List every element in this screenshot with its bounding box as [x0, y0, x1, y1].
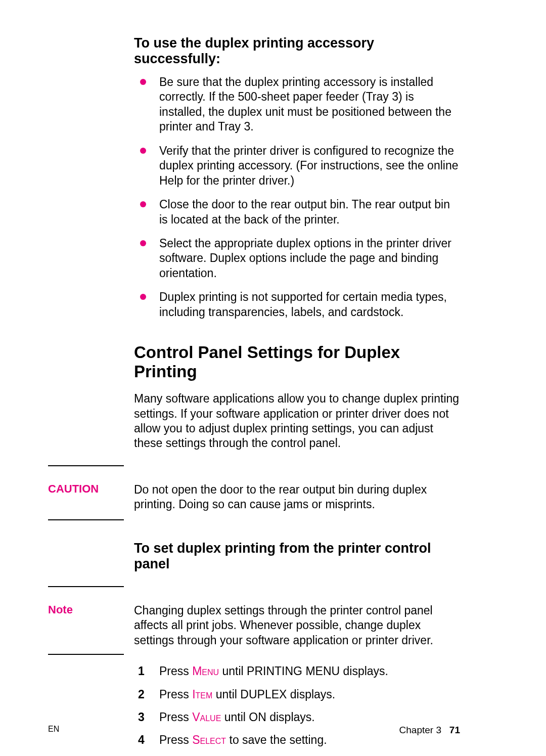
key-menu: Menu	[192, 664, 219, 678]
step-number: 2	[138, 687, 145, 702]
divider	[48, 465, 124, 466]
bullet-item: Close the door to the rear output bin. T…	[134, 197, 460, 227]
step-text-b: until DUPLEX displays.	[212, 688, 335, 701]
page: To use the duplex printing accessory suc…	[0, 0, 546, 756]
section-heading-duplex-accessory: To use the duplex printing accessory suc…	[134, 35, 460, 67]
content-column: To set duplex printing from the printer …	[134, 541, 460, 572]
step-text-a: Press	[159, 710, 192, 724]
divider	[48, 654, 124, 655]
section-heading-control-panel: Control Panel Settings for Duplex Printi…	[134, 343, 460, 381]
step-text-a: Press	[159, 688, 192, 701]
note-text: Changing duplex settings through the pri…	[134, 599, 460, 648]
note-callout: Note Changing duplex settings through th…	[48, 599, 460, 648]
content-column: To use the duplex printing accessory suc…	[134, 35, 460, 451]
bullet-item: Be sure that the duplex printing accesso…	[134, 75, 460, 135]
footer-page: Chapter 3 71	[399, 725, 460, 736]
footer-page-number: 71	[449, 725, 460, 735]
steps-list: 1Press Menu until PRINTING MENU displays…	[134, 664, 460, 756]
section-heading-set-duplex: To set duplex printing from the printer …	[134, 541, 460, 572]
intro-paragraph: Many software applications allow you to …	[134, 391, 460, 451]
step-number: 3	[138, 710, 145, 725]
bullet-list-duplex-tips: Be sure that the duplex printing accesso…	[134, 75, 460, 320]
bullet-item: Select the appropriate duplex options in…	[134, 236, 460, 281]
bullet-item: Duplex printing is not supported for cer…	[134, 290, 460, 320]
key-value: Value	[192, 710, 221, 724]
step-item: 1Press Menu until PRINTING MENU displays…	[134, 664, 460, 679]
caution-callout: CAUTION Do not open the door to the rear…	[48, 478, 460, 512]
step-text-a: Press	[159, 664, 192, 678]
step-text-b: until PRINTING MENU displays.	[219, 664, 388, 678]
step-item: 2Press Item until DUPLEX displays.	[134, 687, 460, 702]
divider	[48, 519, 124, 520]
note-label: Note	[48, 599, 134, 616]
caution-label: CAUTION	[48, 478, 134, 496]
key-item: Item	[192, 688, 212, 701]
step-number: 1	[138, 664, 145, 679]
page-footer: EN Chapter 3 71	[48, 725, 460, 736]
bullet-item: Verify that the printer driver is config…	[134, 144, 460, 188]
caution-text: Do not open the door to the rear output …	[134, 478, 460, 512]
step-item: 3Press Value until ON displays.	[134, 710, 460, 725]
step-text-b: until ON displays.	[221, 710, 314, 724]
footer-chapter: Chapter 3	[399, 725, 441, 735]
content-column: 1Press Menu until PRINTING MENU displays…	[134, 664, 460, 756]
divider	[48, 586, 124, 587]
footer-language: EN	[48, 725, 59, 736]
